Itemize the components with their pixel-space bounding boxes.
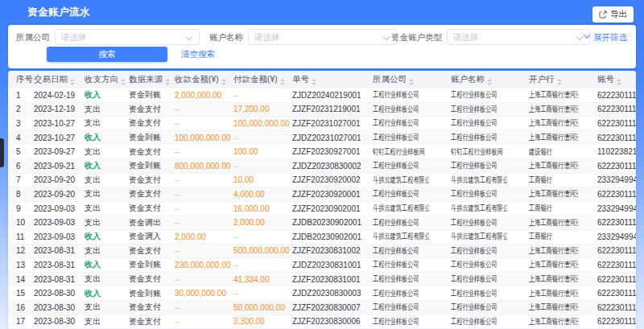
- column-header-index: 序号: [16, 74, 34, 85]
- cell-source: 资金调入: [129, 231, 175, 242]
- page-header: 资金账户流水 导出: [0, 0, 644, 25]
- cell-receipt: --: [175, 218, 233, 227]
- column-header-account_name[interactable]: 账户名称: [451, 74, 529, 85]
- search-button[interactable]: 搜索: [47, 47, 167, 62]
- cell-order_no: ZJDZ20240219001: [292, 91, 373, 100]
- cell-bank: 工商银行: [529, 231, 578, 242]
- cell-payment: 16,000.00: [233, 204, 292, 213]
- cell-index: 15: [16, 289, 34, 298]
- cell-company: 工程行业样板公司: [373, 259, 429, 270]
- export-button[interactable]: 导出: [592, 6, 634, 23]
- cell-order_no: ZJDZ20231027001: [292, 134, 373, 142]
- cell-date: 2023-08-31: [34, 275, 85, 284]
- cell-index: 3: [16, 119, 34, 128]
- cell-payment: 3,300.00: [233, 317, 292, 326]
- chevron-down-icon: [584, 31, 590, 38]
- clear-search-button[interactable]: 清空搜索: [181, 47, 215, 62]
- cell-company: 工程行业样板公司: [373, 217, 429, 228]
- cell-account_name: 工程行业样板公司: [451, 117, 507, 129]
- cell-account_name: 工程行业样板公司: [451, 89, 507, 101]
- cell-receipt: 100,000,000.00: [175, 134, 233, 142]
- cell-account_name: 工程行业样板公司: [451, 259, 507, 270]
- cell-account_name: 工程行业样板公司: [451, 316, 507, 327]
- column-header-order_no[interactable]: 单号: [292, 74, 373, 85]
- column-header-date[interactable]: 交易日期: [34, 74, 85, 85]
- account-name-filter-label: 账户名称: [163, 29, 243, 45]
- column-header-source[interactable]: 数据来源: [129, 74, 175, 85]
- cell-source: 资金支付: [129, 302, 175, 313]
- cell-account_no: 622230111: [597, 134, 636, 142]
- table-row: 102023-09-03支出资金调出--2,000.00ZJDB20230902…: [8, 216, 636, 230]
- cell-bank: 上海工商银行漕河泾支行: [529, 288, 578, 299]
- cell-payment: --: [233, 289, 292, 298]
- cell-source: 资金到账: [129, 160, 175, 171]
- cell-direction: 收入: [85, 231, 129, 242]
- cell-direction: 收入: [85, 89, 129, 101]
- chevron-down-icon: [576, 34, 583, 40]
- sort-icon: [312, 79, 316, 85]
- cell-company: 工程行业样板公司: [373, 132, 429, 143]
- cell-direction: 支出: [85, 273, 129, 285]
- cell-receipt: --: [175, 246, 233, 255]
- cell-date: 2023-10-27: [34, 134, 85, 142]
- cell-source: 资金支付: [129, 203, 175, 214]
- cell-payment: 50,000,000.00: [233, 303, 292, 312]
- column-header-direction[interactable]: 收支方向: [85, 74, 129, 85]
- column-header-company[interactable]: 所属公司: [373, 74, 451, 85]
- cell-receipt: --: [175, 190, 233, 199]
- cell-index: 17: [16, 317, 34, 326]
- cell-direction: 收入: [85, 288, 129, 299]
- sort-icon: [221, 79, 226, 85]
- cell-direction: 支出: [85, 245, 129, 257]
- expand-filters-link[interactable]: 展开筛选: [584, 29, 627, 45]
- cell-source: 资金到账: [129, 132, 175, 143]
- cell-source: 资金支付: [129, 316, 175, 327]
- cell-account_name: 工程行业样板公司: [451, 132, 507, 143]
- cell-bank: 上海工商银行漕河泾支行: [529, 188, 578, 199]
- cell-receipt: --: [175, 204, 233, 213]
- cell-date: 2023-09-03: [34, 218, 85, 227]
- cell-account_name: 斗拱云建筑工程有限公司: [451, 203, 507, 214]
- cell-payment: 17,200.00: [233, 105, 292, 113]
- table-row: 132023-08-31收入资金到账230,000,000.00--ZJDZ20…: [8, 258, 636, 273]
- cell-source: 资金支付: [129, 175, 175, 186]
- cell-direction: 支出: [85, 302, 129, 313]
- cell-date: 2023-09-27: [34, 147, 85, 156]
- company-select-placeholder: 请选择: [61, 30, 87, 44]
- cell-account_name: 工程行业样板公司: [451, 188, 507, 199]
- cell-account_no: 110223821: [597, 147, 636, 156]
- cell-account_no: 622230111: [597, 261, 636, 269]
- cell-bank: 工商银行: [529, 203, 578, 214]
- column-header-bank[interactable]: 开户行: [529, 74, 597, 85]
- cell-bank: 上海工商银行漕河泾支行: [529, 132, 578, 143]
- cell-date: 2023-12-19: [34, 105, 85, 113]
- cell-direction: 支出: [85, 117, 129, 129]
- cell-company: 钉钉工程行业样板间: [373, 146, 429, 158]
- column-header-payment[interactable]: 付款金额(¥): [233, 74, 292, 85]
- table-row: 12024-02-19收入资金到账2,000,000.00--ZJDZ20240…: [8, 88, 636, 103]
- table-row: 62023-09-21收入资金到账800,000,000.00--ZJDZ202…: [8, 159, 636, 174]
- table-row: 32023-10-27支出资金支付--100,000,000.00ZJZF202…: [8, 117, 636, 131]
- cell-source: 资金支付: [129, 273, 175, 285]
- cell-date: 2024-02-19: [34, 91, 85, 100]
- cell-receipt: --: [175, 303, 233, 312]
- cell-date: 2023-09-21: [34, 162, 85, 171]
- cell-index: 9: [16, 204, 34, 213]
- table-row: 112023-09-03收入资金调入2,000.00--ZJDB20230902…: [8, 230, 636, 245]
- cell-date: 2023-09-20: [34, 190, 85, 199]
- account-type-select[interactable]: 请选择: [447, 29, 590, 45]
- cell-receipt: --: [175, 275, 233, 284]
- cell-company: 斗拱云建筑工程有限公司: [373, 231, 429, 242]
- expand-filters-label: 展开筛选: [593, 32, 627, 42]
- cell-index: 8: [16, 190, 34, 199]
- column-header-receipt[interactable]: 收款金额(¥): [175, 74, 233, 85]
- sidebar-collapse-handle[interactable]: [0, 138, 4, 167]
- cell-company: 工程行业样板公司: [373, 188, 429, 199]
- export-icon: [599, 10, 607, 19]
- sort-icon: [487, 79, 492, 85]
- cell-date: 2023-08-30: [34, 317, 85, 326]
- cell-payment: 4,000.00: [233, 190, 292, 199]
- cell-index: 4: [16, 134, 34, 142]
- cell-direction: 收入: [85, 160, 129, 171]
- column-header-account_no[interactable]: 账号: [597, 74, 636, 85]
